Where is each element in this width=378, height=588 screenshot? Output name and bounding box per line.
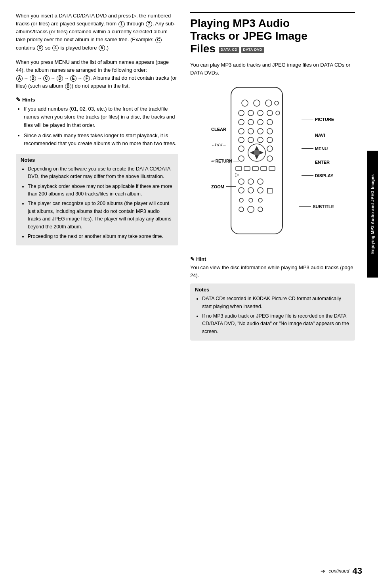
svg-rect-32	[236, 167, 242, 170]
label-zoom: ZOOM	[211, 184, 236, 189]
svg-point-11	[248, 119, 254, 125]
label-nav-arrows: ←/↑/↓/→	[211, 143, 239, 147]
right-note-2: If no MP3 audio track or JPEG image file…	[202, 312, 350, 335]
side-tab: Enjoying MP3 Audio and JPEG Images	[367, 151, 378, 278]
hint-item-1: If you add numbers (01, 02, 03, etc.) to…	[24, 105, 178, 129]
side-tab-text: Enjoying MP3 Audio and JPEG Images	[370, 174, 375, 254]
continued-arrow: ➔	[321, 568, 325, 574]
label-return: ↩ RETURN	[211, 159, 239, 163]
svg-rect-33	[244, 167, 250, 170]
intro-paragraph-1: When you insert a DATA CD/DATA DVD and p…	[16, 12, 178, 52]
hints-section: ✎ Hints If you add numbers (01, 02, 03, …	[16, 96, 178, 147]
svg-point-9	[276, 111, 280, 115]
svg-marker-25	[255, 155, 259, 159]
label-enter: ENTER	[302, 160, 334, 165]
page-number: 43	[353, 566, 362, 576]
svg-point-1	[242, 100, 248, 106]
svg-point-3	[265, 100, 272, 106]
svg-rect-35	[261, 167, 267, 170]
svg-point-41	[239, 188, 244, 193]
svg-point-47	[258, 198, 262, 202]
label-picture: PICTURE	[302, 117, 334, 122]
page-title-line1: Playing MP3 Audio	[190, 17, 355, 30]
right-hint: ✎ Hint You can view the disc information…	[190, 256, 355, 280]
page-title: Playing MP3 Audio Tracks or JPEG Image F…	[190, 17, 355, 56]
svg-point-42	[248, 188, 254, 193]
svg-point-45	[239, 198, 243, 202]
svg-rect-44	[267, 188, 272, 193]
svg-point-21	[267, 137, 273, 143]
hints-title: ✎ Hints	[16, 96, 178, 103]
right-note-1: DATA CDs recorded in KODAK Picture CD fo…	[202, 295, 350, 310]
left-labels: CLEAR ←/↑/↓/→ ↩ RETURN	[211, 127, 239, 163]
continued-text: continued	[328, 568, 349, 574]
right-labels: PICTURE NAVI MENU ENTER	[302, 117, 334, 178]
svg-marker-27	[260, 151, 263, 155]
svg-point-31	[267, 156, 273, 161]
svg-point-30	[267, 146, 273, 151]
remote-container: ▷	[190, 83, 355, 250]
label-clear: CLEAR	[211, 127, 239, 132]
page-title-section: Playing MP3 Audio Tracks or JPEG Image F…	[190, 12, 355, 56]
svg-point-20	[258, 137, 263, 143]
left-notes-title: Notes	[21, 157, 174, 163]
left-notes-list: Depending on the software you use to cre…	[21, 165, 174, 240]
left-note-1: Depending on the software you use to cre…	[28, 165, 174, 181]
svg-point-4	[275, 101, 279, 105]
svg-point-19	[248, 137, 254, 143]
svg-point-17	[267, 128, 273, 134]
svg-marker-26	[250, 151, 254, 155]
svg-rect-34	[252, 167, 258, 170]
svg-point-15	[248, 128, 254, 134]
svg-point-39	[248, 179, 254, 184]
left-column: When you insert a DATA CD/DATA DVD and p…	[16, 12, 186, 576]
label-subtitle: SUBTITLE	[299, 204, 334, 209]
page-subtitle: You can play MP3 audio tracks and JPEG i…	[190, 61, 355, 77]
page-title-line3: Files	[190, 42, 216, 55]
left-note-2: The playback order above may not be appl…	[28, 183, 174, 198]
svg-point-2	[254, 100, 260, 106]
right-notes-box: Notes DATA CDs recorded in KODAK Picture…	[190, 283, 355, 341]
svg-marker-24	[255, 146, 259, 150]
title-badges: DATA CD DATA DVD	[219, 47, 264, 52]
svg-point-48	[239, 207, 244, 212]
svg-point-8	[267, 110, 273, 116]
right-column: Playing MP3 Audio Tracks or JPEG Image F…	[186, 12, 355, 576]
svg-text:▷: ▷	[235, 171, 239, 178]
label-navi: NAVI	[302, 133, 334, 138]
left-notes-box: Notes Depending on the software you use …	[16, 154, 178, 245]
hints-list: If you add numbers (01, 02, 03, etc.) to…	[16, 105, 178, 147]
svg-point-38	[239, 179, 244, 184]
svg-point-10	[239, 119, 244, 125]
label-display: DISPLAY	[302, 173, 334, 178]
right-hint-title: ✎ Hint	[190, 256, 355, 262]
svg-point-5	[239, 110, 244, 116]
svg-point-16	[258, 128, 263, 134]
page-footer: ➔ continued 43	[321, 566, 362, 576]
svg-point-13	[267, 119, 273, 125]
svg-point-49	[248, 206, 254, 213]
left-note-3: The player can recognize up to 200 album…	[28, 200, 174, 231]
label-menu: MENU	[302, 146, 334, 151]
svg-point-23	[254, 149, 260, 156]
svg-point-7	[258, 110, 263, 116]
hint-item-2: Since a disc with many trees takes longe…	[24, 132, 178, 147]
intro-paragraph-2: When you press MENU and the list of albu…	[16, 58, 178, 90]
right-notes-list: DATA CDs recorded in KODAK Picture CD fo…	[195, 295, 350, 335]
right-hint-text: You can view the disc information while …	[190, 264, 355, 280]
right-notes-title: Notes	[195, 287, 350, 293]
hint-icon: ✎	[16, 96, 21, 103]
svg-point-12	[258, 119, 263, 125]
badge-data-dvd: DATA DVD	[241, 47, 264, 52]
svg-rect-36	[269, 167, 275, 170]
page-title-line2: Tracks or JPEG Image	[190, 30, 355, 42]
left-note-4: Proceeding to the next or another album …	[28, 233, 174, 240]
svg-point-50	[258, 207, 263, 212]
svg-point-6	[248, 110, 254, 116]
svg-point-40	[258, 179, 263, 184]
right-hint-icon: ✎	[190, 256, 195, 262]
svg-point-46	[249, 198, 253, 202]
badge-data-cd: DATA CD	[219, 47, 239, 52]
svg-point-43	[258, 188, 263, 193]
